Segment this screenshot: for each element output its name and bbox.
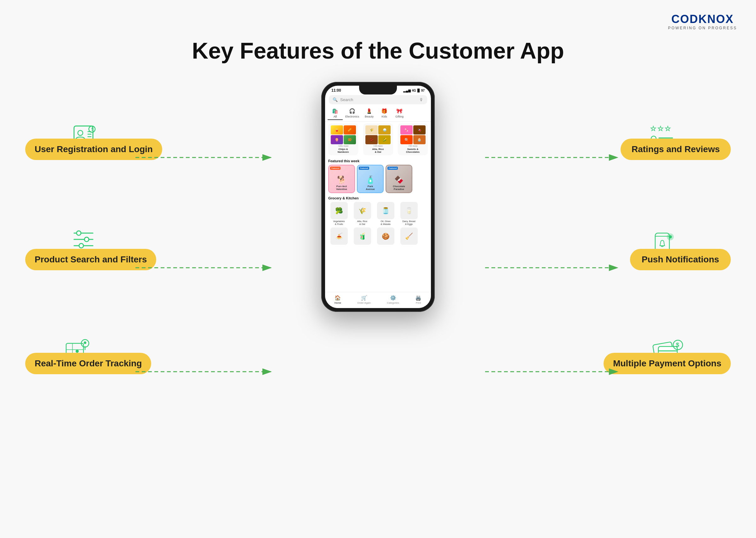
filter-icon-container	[69, 227, 98, 252]
grocery-more-2[interactable]: 🧃	[351, 227, 373, 245]
grocery-oil[interactable]: 🫙 Oil, Ghee& Masala	[375, 202, 396, 226]
grocery-more-4[interactable]: 🧹	[398, 227, 420, 245]
page-title: Key Features of the Customer App	[0, 38, 756, 64]
battery-level: 97	[421, 89, 425, 92]
tab-gifting[interactable]: 🎀 Gifting	[392, 107, 407, 120]
grocery-dairy[interactable]: 🥛 Dairy, Bread& Eggs	[398, 202, 420, 226]
tab-all[interactable]: 🛍️ All	[328, 107, 343, 120]
bottom-nav: 🏠 Home 🛒 Order Again ⚙️ Categories 🖨️ Pr…	[325, 292, 431, 308]
nav-home[interactable]: 🏠 Home	[335, 295, 341, 304]
search-placeholder: Search	[340, 97, 417, 102]
product-search-label: Product Search and Filters	[25, 249, 156, 270]
grocery-more-3[interactable]: 🍪	[375, 227, 396, 245]
search-bar[interactable]: 🔍 Search 🎙	[329, 95, 427, 104]
svg-text:★: ★	[665, 125, 671, 132]
ratings-reviews-label: Ratings and Reviews	[621, 138, 731, 160]
product-sweets[interactable]: 🍬 🍫 🍭 🧁 +55 more Sweets &Chocolates	[398, 124, 428, 155]
logo: CODKNOX POWERING ON PROGRESS	[668, 13, 737, 30]
svg-point-11	[77, 231, 81, 235]
svg-text:★: ★	[650, 125, 656, 132]
svg-text:★: ★	[658, 125, 663, 132]
svg-point-20	[76, 350, 79, 353]
svg-point-32	[669, 235, 672, 239]
logo-subtitle: POWERING ON PROGRESS	[668, 26, 737, 30]
tab-kids[interactable]: 🎁 Kids	[377, 107, 392, 120]
nav-order-again[interactable]: 🛒 Order Again	[357, 295, 371, 304]
signal-icon: ▂▄▆	[403, 89, 410, 92]
grocery-section: Grocery & Kitchen 🥦 Vegetables& Fruits 🌾…	[325, 195, 431, 246]
tab-electronics[interactable]: 🎧 Electronics	[343, 107, 362, 120]
products-section: 🍟 🥜 🍿 🥨 +261 more Chips &Namkeen 🌾 🍚 🫘 🌽	[325, 122, 431, 157]
product-atta[interactable]: 🌾 🍚 🫘 🌽 +23 more Atta, Rice& Dal	[363, 124, 393, 155]
svg-point-1	[78, 131, 83, 135]
tab-beauty[interactable]: 💄 Beauty	[362, 107, 377, 120]
phone-mockup: 11:00 ▂▄▆ 4G ▉ 97 🔍 Search 🎙 🛍️ All	[321, 82, 435, 312]
svg-text:$: $	[676, 342, 679, 348]
featured-card-park-avenue[interactable]: Featured 🧴 ParkAvenue	[357, 165, 384, 193]
nav-categories[interactable]: ⚙️ Categories	[387, 295, 399, 304]
user-registration-label: User Registration and Login	[25, 138, 162, 160]
grocery-title: Grocery & Kitchen	[328, 196, 428, 200]
logo-text: CODKNOX	[671, 13, 733, 26]
featured-card-valentine[interactable]: Featured 🐕 Purr-fectValentine	[328, 165, 355, 193]
realtime-tracking-label: Real-Time Order Tracking	[25, 353, 151, 374]
svg-point-13	[79, 243, 83, 248]
svg-point-12	[84, 237, 89, 242]
push-notifications-label: Push Notifications	[630, 249, 731, 270]
featured-section: Featured this week Featured 🐕 Purr-fectV…	[325, 157, 431, 195]
featured-card-chocolate[interactable]: Featured 🍫 ChocolateParadise	[386, 165, 412, 193]
svg-point-19	[84, 342, 86, 344]
status-time: 11:00	[331, 88, 341, 93]
battery-icon: ▉	[417, 89, 420, 92]
payment-options-label: Multiple Payment Options	[604, 353, 731, 374]
filter-sliders-icon	[69, 227, 98, 252]
grocery-atta[interactable]: 🌾 Atta, Rice& Dal	[351, 202, 373, 226]
nav-print[interactable]: 🖨️ Print	[415, 295, 421, 304]
phone-notch	[359, 86, 397, 94]
network-type: 4G	[412, 89, 416, 92]
featured-cards: Featured 🐕 Purr-fectValentine Featured 🧴…	[328, 165, 428, 193]
category-tabs: 🛍️ All 🎧 Electronics 💄 Beauty 🎁 Kids 🎀	[325, 106, 431, 122]
status-icons: ▂▄▆ 4G ▉ 97	[403, 89, 425, 92]
grocery-cards: 🥦 Vegetables& Fruits 🌾 Atta, Rice& Dal 🫙…	[328, 202, 428, 226]
mic-icon: 🎙	[419, 97, 423, 102]
grocery-vegetables[interactable]: 🥦 Vegetables& Fruits	[328, 202, 350, 226]
grocery-more-1[interactable]: 🍝	[328, 227, 350, 245]
featured-title: Featured this week	[328, 159, 428, 163]
search-icon: 🔍	[333, 97, 338, 102]
product-chips[interactable]: 🍟 🥜 🍿 🥨 +261 more Chips &Namkeen	[328, 124, 358, 155]
